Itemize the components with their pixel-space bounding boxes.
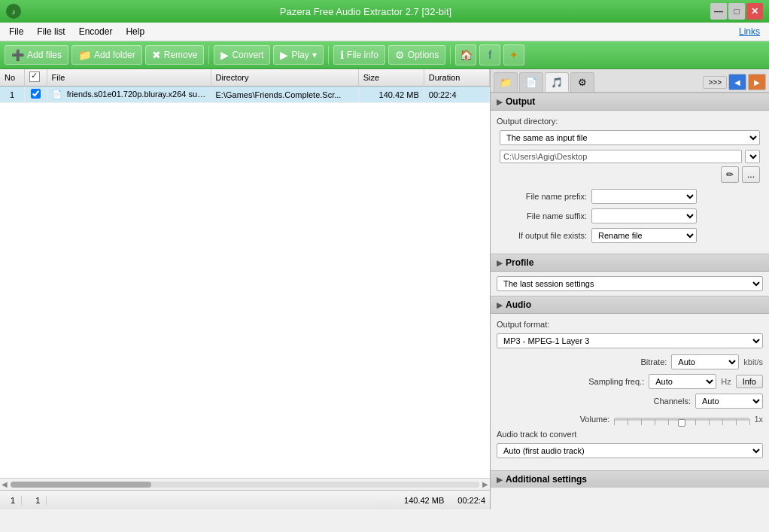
tab-folder[interactable]: 📁 [494, 72, 518, 92]
menu-encoder[interactable]: Encoder [73, 24, 119, 39]
sampling-row: Sampling freq.: Auto 44100 48000 22050 H… [497, 374, 763, 389]
nav-prev-button[interactable]: ◀ [728, 74, 746, 90]
dots-icon: ... [747, 169, 755, 180]
exists-select[interactable]: Rename file Overwrite Skip [591, 228, 697, 243]
volume-slider-container [614, 413, 749, 425]
col-header-duration: Duration [424, 69, 489, 87]
row-check-input[interactable] [31, 89, 41, 99]
nav-next-button[interactable]: ▶ [748, 74, 766, 90]
volume-value: 1x [754, 415, 763, 424]
tab-doc[interactable]: 📄 [519, 72, 543, 92]
suffix-row: File name suffix: [497, 208, 763, 223]
more-tabs-button[interactable]: >>> [703, 76, 727, 89]
info-button[interactable]: Info [736, 375, 763, 388]
facebook-button[interactable]: f [479, 44, 500, 65]
format-label: Output format: [497, 320, 549, 329]
format-label-row: Output format: [497, 320, 763, 329]
volume-slider-thumb[interactable] [678, 419, 685, 427]
track-select-row: Auto (first audio track) Track 1 Track 2 [497, 443, 763, 464]
statusbar: 1 1 140.42 MB 00:22:4 [0, 490, 490, 509]
menubar: File File list Encoder Help Links [0, 23, 769, 41]
toolbar-separator-1 [208, 46, 209, 64]
sampling-select[interactable]: Auto 44100 48000 22050 [649, 374, 716, 389]
track-select[interactable]: Auto (first audio track) Track 1 Track 2 [497, 443, 763, 458]
tick-0 [614, 419, 615, 425]
channels-label: Channels: [653, 397, 691, 406]
star-button[interactable]: ✦ [503, 44, 524, 65]
tick-1 [628, 419, 628, 425]
track-label: Audio track to convert [497, 430, 576, 439]
row-file: 📄 friends.s01e01.720p.bluray.x264 sujaid… [47, 87, 211, 103]
horizontal-scrollbar[interactable]: ◀ ▶ [0, 478, 490, 490]
additional-section-header[interactable]: ▶ Additional settings [491, 470, 769, 488]
output-path-dropdown[interactable]: ▾ [745, 150, 760, 163]
col-header-check[interactable] [25, 69, 47, 87]
titlebar: ♪ Pazera Free Audio Extractor 2.7 [32-bi… [0, 0, 769, 23]
status-size: 140.42 MB [404, 496, 450, 505]
app-title: Pazera Free Audio Extractor 2.7 [32-bit] [21, 6, 710, 17]
row-duration: 00:22:4 [424, 87, 489, 103]
row-dir: E:\Games\Friends.Complete.Scr... [211, 87, 358, 103]
suffix-select[interactable] [591, 208, 697, 223]
scroll-left-arrow[interactable]: ◀ [2, 480, 8, 488]
output-section-label: Output [506, 96, 535, 107]
menu-help[interactable]: Help [120, 24, 150, 39]
output-path-row: ▾ [497, 150, 763, 163]
output-buttons-row: ✏ ... [497, 166, 763, 183]
profile-collapse-arrow[interactable]: ▶ [497, 259, 503, 267]
output-form: Output directory: The same as input file… [491, 111, 769, 254]
tick-10 [749, 419, 750, 425]
sampling-label: Sampling freq.: [588, 377, 644, 386]
file-table-body: 1 📄 friends.s01e01.720p.bluray.x264 suja… [0, 87, 490, 103]
add-folder-icon: 📁 [78, 49, 91, 61]
col-header-dir: Directory [211, 69, 358, 87]
output-collapse-arrow[interactable]: ▶ [497, 98, 503, 106]
edit-icon: ✏ [726, 169, 734, 180]
bitrate-select[interactable]: Auto 128 192 256 320 [671, 354, 739, 369]
format-select-row: MP3 - MPEG-1 Layer 3 AAC OGG FLAC WAV [497, 333, 763, 354]
convert-button[interactable]: ▶ Convert [214, 45, 270, 65]
minimize-button[interactable]: — [710, 3, 727, 20]
tab-gear[interactable]: ⚙ [570, 72, 594, 92]
channels-select[interactable]: Auto Mono Stereo [695, 394, 763, 409]
remove-button[interactable]: ✖ Remove [145, 45, 205, 65]
scroll-thumb[interactable] [11, 482, 151, 488]
add-files-button[interactable]: ➕ Add files [5, 45, 68, 65]
suffix-label: File name suffix: [497, 211, 587, 220]
prefix-row: File name prefix: [497, 189, 763, 204]
audio-form: Output format: MP3 - MPEG-1 Layer 3 AAC … [491, 314, 769, 470]
profile-select[interactable]: The last session settings MP3 128kbit/s … [497, 276, 763, 291]
home-button[interactable]: 🏠 [455, 44, 476, 65]
status-count2: 1 [29, 496, 47, 505]
browse-dir-button[interactable]: ... [742, 166, 760, 183]
file-info-button[interactable]: ℹ File info [333, 45, 385, 65]
additional-collapse-arrow[interactable]: ▶ [497, 476, 503, 484]
status-count1: 1 [5, 496, 22, 505]
row-checkbox[interactable] [25, 87, 47, 103]
edit-dir-button[interactable]: ✏ [721, 166, 739, 183]
add-folder-button[interactable]: 📁 Add folder [71, 45, 142, 65]
output-dir-select[interactable]: The same as input file Custom directory [500, 130, 760, 145]
play-button[interactable]: ▶ Play ▾ [273, 45, 323, 65]
sampling-unit: Hz [721, 377, 731, 386]
maximize-button[interactable]: □ [728, 3, 745, 20]
output-path-input[interactable] [500, 150, 742, 163]
audio-collapse-arrow[interactable]: ▶ [497, 301, 503, 309]
menu-filelist[interactable]: File list [31, 24, 71, 39]
links-button[interactable]: Links [733, 24, 766, 39]
volume-slider-track [614, 418, 749, 421]
menu-file[interactable]: File [3, 24, 29, 39]
tab-music[interactable]: 🎵 [545, 72, 569, 92]
options-button[interactable]: ⚙ Options [388, 45, 445, 65]
scroll-right-arrow[interactable]: ▶ [482, 480, 488, 488]
tick-8 [722, 419, 723, 425]
right-panel: 📁 📄 🎵 ⚙ >>> ◀ ▶ ▶ Output Output director… [491, 69, 769, 509]
close-button[interactable]: ✕ [746, 3, 763, 20]
select-all-checkbox[interactable] [29, 71, 40, 82]
options-icon: ⚙ [395, 49, 405, 61]
toolbar-separator-3 [450, 46, 451, 64]
prefix-select[interactable] [591, 189, 697, 204]
format-select[interactable]: MP3 - MPEG-1 Layer 3 AAC OGG FLAC WAV [497, 333, 763, 348]
scroll-track[interactable] [11, 482, 479, 488]
table-row[interactable]: 1 📄 friends.s01e01.720p.bluray.x264 suja… [0, 87, 490, 103]
